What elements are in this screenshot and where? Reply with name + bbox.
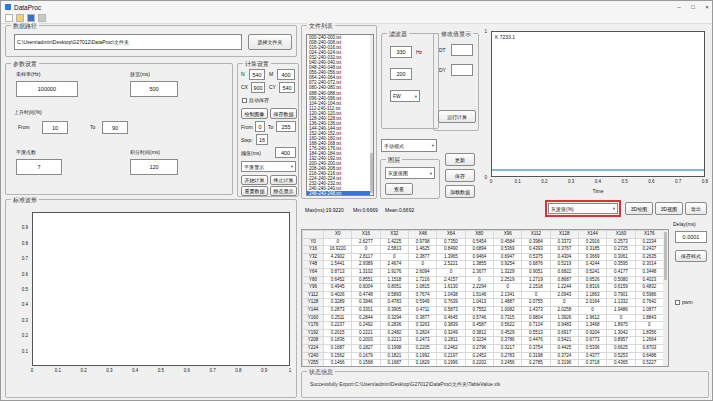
table-cell[interactable]: 1.3926 <box>550 314 578 322</box>
table-cell[interactable]: 0.4365 <box>607 360 635 367</box>
table-cell[interactable]: 0.4023 <box>635 276 663 284</box>
table-cell[interactable]: 0.4832 <box>635 284 663 292</box>
table-cell[interactable]: 0.3249 <box>437 329 465 337</box>
table-cell[interactable]: 0.2473 <box>408 337 436 345</box>
table-cell[interactable]: 0.4393 <box>522 246 550 254</box>
display-mode-select[interactable]: 平滑显示 <box>241 161 296 172</box>
calc-m-input[interactable]: 400 <box>277 69 295 80</box>
table-cell[interactable]: 1.5441 <box>324 261 352 269</box>
table-cell[interactable]: 0.4748 <box>352 291 380 299</box>
table-cell[interactable]: 0.6822 <box>550 268 578 276</box>
delay-input[interactable]: 0.0001 <box>675 231 707 243</box>
table-cell[interactable]: 0 <box>324 238 352 246</box>
table-cell[interactable]: 0.2202 <box>465 360 493 367</box>
step-input[interactable]: 16 <box>256 134 268 145</box>
table-cell[interactable]: 0.1562 <box>324 352 352 360</box>
table-cell[interactable]: 0.4425 <box>550 344 578 352</box>
table-cell[interactable]: 0.9483 <box>550 322 578 330</box>
table-cell[interactable]: 0.3234 <box>465 337 493 345</box>
table-cell[interactable]: 2.3677 <box>465 268 493 276</box>
table-cell[interactable]: 0.3984 <box>522 238 550 246</box>
table-cell[interactable]: 0.5986 <box>635 291 663 299</box>
table-cell[interactable]: 0.2796 <box>465 344 493 352</box>
table-cell[interactable]: 0.5219 <box>550 261 578 269</box>
table-cell[interactable]: 0.3185 <box>578 246 606 254</box>
close-button[interactable]: × <box>700 1 713 13</box>
minimize-button[interactable]: – <box>672 1 686 13</box>
table-cell[interactable]: 0 <box>550 299 578 307</box>
table-cell[interactable]: 0.2015 <box>324 329 352 337</box>
filter-window-select[interactable]: FW <box>390 90 420 102</box>
table-cell[interactable]: 0.2213 <box>380 337 408 345</box>
table-cell[interactable]: 0.6452 <box>324 276 352 284</box>
table-cell[interactable]: 0.2221 <box>352 329 380 337</box>
table-cell[interactable]: 16.9220 <box>324 246 352 254</box>
table-cell[interactable]: 0.1829 <box>408 360 436 367</box>
table-cell[interactable]: 0.8687 <box>550 276 578 284</box>
draw-image-button[interactable]: 绘制图像 <box>241 108 268 119</box>
table-cell[interactable]: 0.6876 <box>522 261 550 269</box>
table-cell[interactable]: 0.4945 <box>324 284 352 292</box>
table-cell[interactable]: 1.8843 <box>635 314 663 322</box>
table-cell[interactable]: 0.1687 <box>324 344 352 352</box>
table-cell[interactable]: 2.0258 <box>550 306 578 314</box>
table-cell[interactable]: 2.5221 <box>437 261 465 269</box>
table-cell[interactable]: 0.1687 <box>380 360 408 367</box>
table-cell[interactable]: 1.3102 <box>352 268 380 276</box>
table-cell[interactable]: 0.3289 <box>324 299 352 307</box>
table-cell[interactable]: 0 <box>437 268 465 276</box>
table-cell[interactable]: 0 <box>380 253 408 261</box>
table-cell[interactable]: 1.6130 <box>437 284 465 292</box>
table-cell[interactable]: 0.6773 <box>578 337 606 345</box>
table-cell[interactable]: 0.2635 <box>635 253 663 261</box>
autosave-checkbox[interactable]: 自动保存 <box>242 97 269 103</box>
table-cell[interactable]: 0.3372 <box>550 238 578 246</box>
table-cell[interactable]: 0.5421 <box>550 337 578 345</box>
table-cell[interactable]: 0.3669 <box>578 253 606 261</box>
table-cell[interactable]: 0.4584 <box>493 238 521 246</box>
table-cell[interactable]: 0.3448 <box>635 268 663 276</box>
table-cell[interactable]: 2.8117 <box>352 253 380 261</box>
integration-time-input[interactable]: 120 <box>130 159 178 175</box>
table-cell[interactable]: 0.3294 <box>380 314 408 322</box>
table-cell[interactable]: 0.3839 <box>437 322 465 330</box>
table-cell[interactable]: 1.8975 <box>607 322 635 330</box>
table-cell[interactable]: 0.1996 <box>437 360 465 367</box>
table-cell[interactable]: 0.1836 <box>324 337 352 345</box>
table-cell[interactable]: 0.8051 <box>380 284 408 292</box>
table-cell[interactable]: 1.4625 <box>408 246 436 254</box>
signal-plot[interactable]: K 7233.1 <box>491 31 705 177</box>
table-cell[interactable]: 0 <box>578 306 606 314</box>
table-cell[interactable]: 0.2783 <box>493 352 521 360</box>
table-cell[interactable]: 0.3595 <box>607 261 635 269</box>
table-cell[interactable]: 0.2725 <box>607 246 635 254</box>
table-cell[interactable]: 0.7642 <box>635 299 663 307</box>
table-cell[interactable]: 0.9051 <box>522 268 550 276</box>
table-cell[interactable]: 1.3042 <box>607 329 635 337</box>
table-cell[interactable]: 0.2456 <box>493 360 521 367</box>
smooth-points-input[interactable]: 7 <box>16 159 62 175</box>
table-cell[interactable]: 0.5241 <box>578 268 606 276</box>
table-cell[interactable]: 0.4177 <box>607 268 635 276</box>
table-cell[interactable]: 0.3812 <box>465 329 493 337</box>
table-cell[interactable]: 0.6526 <box>578 276 606 284</box>
table-cell[interactable]: 0.8703 <box>635 344 663 352</box>
table-cell[interactable]: 0.2205 <box>408 344 436 352</box>
table-cell[interactable]: 1.7216 <box>408 276 436 284</box>
table-cell[interactable]: 0.2511 <box>324 314 352 322</box>
table-cell[interactable]: 0.7901 <box>607 291 635 299</box>
table-cell[interactable]: 2.2294 <box>465 284 493 292</box>
table-cell[interactable]: 0.2437 <box>635 246 663 254</box>
table-cell[interactable]: 0.2197 <box>437 352 465 360</box>
table-cell[interactable]: 0.9464 <box>465 253 493 261</box>
choose-folder-button[interactable]: 选择文件夹 <box>248 34 292 50</box>
table-cell[interactable]: 1.9176 <box>380 268 408 276</box>
table-cell[interactable]: 0.4529 <box>493 329 521 337</box>
table-cell[interactable]: 0.3946 <box>352 299 380 307</box>
table-cell[interactable]: 1.5146 <box>465 291 493 299</box>
table-cell[interactable]: 0.5336 <box>578 344 606 352</box>
table-cell[interactable]: 1.4887 <box>493 299 521 307</box>
table-cell[interactable]: 1.3965 <box>437 253 465 261</box>
table-cell[interactable]: 0.5513 <box>522 329 550 337</box>
table-cell[interactable]: 1.0082 <box>493 306 521 314</box>
